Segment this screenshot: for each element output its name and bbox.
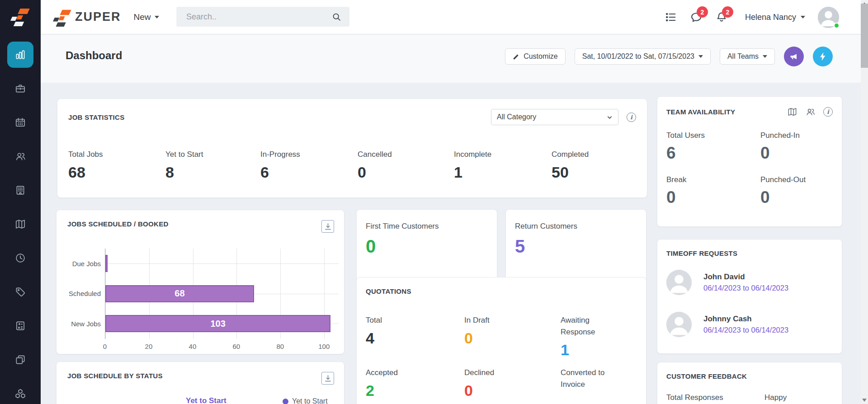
job-statistics-title: JOB STATISTICS xyxy=(68,113,125,121)
chevron-down-icon xyxy=(607,114,613,120)
teams-filter[interactable]: All Teams xyxy=(720,48,775,65)
info-icon[interactable]: i xyxy=(823,107,833,117)
timeoff-date-range[interactable]: 06/14/2023 to 06/14/2023 xyxy=(703,284,788,292)
search-input[interactable] xyxy=(176,12,332,22)
new-dropdown-label: New xyxy=(134,12,151,22)
brand-name: ZUPER xyxy=(75,10,121,24)
task-list-button[interactable] xyxy=(665,11,677,23)
dashboard-content: JOB STATISTICS All Category i Total Jobs… xyxy=(41,83,861,404)
search-box xyxy=(176,7,349,27)
date-range-label: Sat, 10/01/2022 to Sat, 07/15/2023 xyxy=(582,52,694,61)
stat-total-users: Total Users6 xyxy=(666,130,760,164)
bar-scheduled[interactable]: 68 xyxy=(105,285,254,302)
customer-feedback-card: CUSTOMER FEEDBACK Total Responses Happy xyxy=(657,362,842,404)
integrations-blocks-icon xyxy=(14,388,26,399)
users-view-icon[interactable] xyxy=(805,107,816,117)
bar-due-jobs[interactable] xyxy=(105,255,108,272)
bar-new-jobs[interactable]: 103 xyxy=(105,315,330,332)
info-icon[interactable]: i xyxy=(627,113,636,122)
customize-label: Customize xyxy=(524,52,558,61)
chevron-down-icon xyxy=(801,16,805,19)
download-chart-button[interactable] xyxy=(321,220,334,233)
scrollbar-thumb[interactable] xyxy=(861,4,868,68)
first-time-customers-label: First Time Customers xyxy=(366,221,488,232)
y-category-label: Due Jobs xyxy=(57,249,101,279)
map-icon xyxy=(14,218,26,230)
teams-filter-label: All Teams xyxy=(727,52,759,61)
jobs-scheduled-card: JOBS SCHEDULED / BOOKED Due JobsSchedule… xyxy=(56,210,344,354)
jobs-briefcase-icon xyxy=(14,83,26,94)
sidebar-item-timesheet[interactable] xyxy=(14,252,26,264)
sidebar-item-documents[interactable] xyxy=(14,354,26,366)
price-tag-icon xyxy=(14,286,26,298)
quick-actions-button[interactable] xyxy=(813,47,833,66)
avatar xyxy=(666,270,692,295)
team-users-icon xyxy=(14,150,26,162)
download-icon xyxy=(324,374,332,383)
pencil-icon xyxy=(513,53,519,60)
chart-legend[interactable]: Yet to Start xyxy=(283,397,328,404)
job-schedule-title: JOB SCHEDULE BY STATUS xyxy=(67,372,163,380)
stat-yet-to-start: Yet to Start8 xyxy=(165,149,260,182)
search-icon[interactable] xyxy=(332,12,341,22)
megaphone-icon xyxy=(789,52,799,61)
sidebar-logo[interactable] xyxy=(0,0,41,34)
scroll-down-arrow-icon[interactable] xyxy=(862,399,867,402)
bar-row: 68 xyxy=(105,279,335,309)
vertical-scrollbar[interactable] xyxy=(861,0,868,404)
chat-button[interactable]: 2 xyxy=(690,11,703,23)
avatar-placeholder-icon xyxy=(666,270,692,295)
user-avatar[interactable] xyxy=(818,7,839,28)
sidebar-item-tags[interactable] xyxy=(14,286,26,298)
notifications-button[interactable]: 2 xyxy=(715,11,728,23)
first-time-customers-card: First Time Customers 0 xyxy=(356,209,497,284)
sidebar-item-estimates[interactable] xyxy=(14,320,26,332)
download-chart-button[interactable] xyxy=(321,372,334,385)
stat-in-progress: In-Progress6 xyxy=(260,149,358,182)
sidebar xyxy=(0,0,41,404)
sidebar-item-integrations[interactable] xyxy=(14,388,26,399)
announcements-button[interactable] xyxy=(784,47,804,66)
stat-total-jobs: Total Jobs68 xyxy=(68,149,165,182)
chat-badge: 2 xyxy=(697,6,708,18)
sidebar-item-schedule[interactable] xyxy=(14,117,26,128)
first-time-customers-value: 0 xyxy=(366,235,488,258)
category-filter-select[interactable]: All Category xyxy=(491,109,618,125)
sidebar-item-map[interactable] xyxy=(14,218,26,230)
brand-logo[interactable]: ZUPER xyxy=(52,8,121,26)
lightning-bolt-icon xyxy=(818,52,828,61)
online-status-dot xyxy=(834,23,840,28)
y-category-label: Scheduled xyxy=(57,279,101,309)
donut-center-label: Yet to Start xyxy=(186,396,226,404)
quote-stat-in-draft: In Draft0 xyxy=(464,315,561,360)
timeoff-date-range[interactable]: 06/14/2023 to 06/14/2023 xyxy=(703,326,788,334)
sidebar-item-dashboard[interactable] xyxy=(7,42,33,68)
user-menu[interactable]: Helena Nancy xyxy=(745,13,805,22)
zuper-logo-icon xyxy=(10,7,30,27)
stat-incomplete: Incomplete1 xyxy=(454,149,552,182)
customer-feedback-title: CUSTOMER FEEDBACK xyxy=(666,372,747,380)
stat-break: Break0 xyxy=(666,174,760,208)
page-title: Dashboard xyxy=(66,49,122,62)
job-schedule-by-status-card: JOB SCHEDULE BY STATUS Yet to Start Yet … xyxy=(56,362,344,404)
chevron-down-icon xyxy=(155,16,159,19)
organization-building-icon xyxy=(14,184,26,196)
timeoff-requests-card: TIMEOFF REQUESTS John David 06/14/2023 t… xyxy=(657,239,842,354)
timeoff-user-name: Johnny Cash xyxy=(703,315,788,324)
date-range-picker[interactable]: Sat, 10/01/2022 to Sat, 07/15/2023 xyxy=(575,48,711,65)
stat-completed: Completed50 xyxy=(552,149,636,182)
map-view-icon[interactable] xyxy=(787,107,797,117)
user-name: Helena Nancy xyxy=(745,13,796,22)
sidebar-item-jobs[interactable] xyxy=(14,83,26,94)
return-customers-label: Return Customers xyxy=(515,221,637,232)
stat-punched-in: Punched-In0 xyxy=(760,130,833,164)
sidebar-item-organization[interactable] xyxy=(14,184,26,196)
timeoff-user-name: John David xyxy=(703,272,788,282)
sidebar-item-team[interactable] xyxy=(14,150,26,162)
team-availability-title: TEAM AVAILABILITY xyxy=(666,108,735,116)
new-dropdown[interactable]: New xyxy=(134,12,159,22)
y-category-label: New Jobs xyxy=(57,309,101,339)
chevron-down-icon xyxy=(698,55,703,58)
customize-button[interactable]: Customize xyxy=(505,48,566,65)
page-header: Dashboard Customize Sat, 10/01/2022 to S… xyxy=(41,35,861,83)
